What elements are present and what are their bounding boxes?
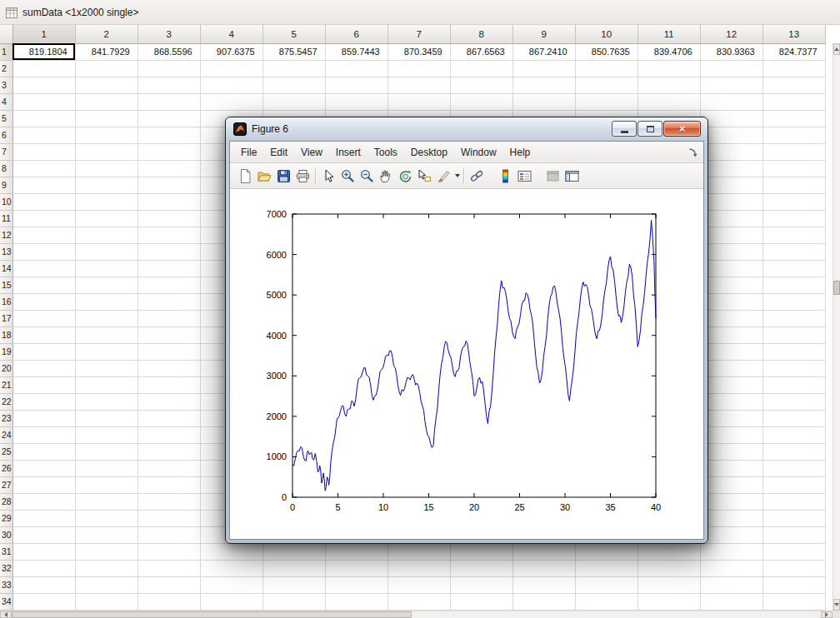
grid-cell[interactable] — [762, 177, 825, 193]
grid-cell[interactable] — [700, 360, 762, 376]
grid-cell[interactable] — [325, 77, 388, 93]
new-document-icon[interactable] — [236, 167, 255, 185]
grid-cell[interactable] — [138, 493, 200, 510]
grid-cell[interactable] — [700, 543, 762, 560]
grid-cell[interactable] — [262, 93, 325, 110]
grid-cell[interactable] — [138, 510, 200, 526]
grid-cell[interactable] — [762, 593, 825, 610]
grid-cell[interactable] — [138, 393, 200, 410]
grid-cell[interactable] — [138, 576, 200, 593]
grid-cell[interactable]: 850.7635 — [575, 43, 638, 60]
grid-cell[interactable] — [700, 493, 762, 510]
grid-cell[interactable] — [512, 77, 575, 93]
grid-cell[interactable] — [12, 493, 75, 510]
grid-cell[interactable] — [12, 293, 75, 310]
grid-cell[interactable]: 868.5596 — [138, 43, 200, 60]
row-header[interactable]: 28 — [0, 493, 12, 510]
menu-view[interactable]: View — [294, 144, 329, 161]
grid-cell[interactable] — [762, 243, 825, 260]
row-header[interactable]: 18 — [0, 326, 12, 343]
row-header[interactable]: 7 — [0, 143, 12, 160]
grid-cell[interactable] — [262, 543, 325, 560]
grid-cell[interactable] — [138, 293, 200, 310]
scroll-down-button[interactable] — [833, 599, 840, 611]
column-header[interactable]: 10 — [575, 25, 638, 43]
grid-cell[interactable] — [75, 476, 138, 493]
grid-cell[interactable] — [762, 343, 825, 360]
grid-cell[interactable] — [762, 110, 825, 127]
grid-cell[interactable] — [200, 576, 262, 593]
grid-cell[interactable] — [762, 310, 825, 326]
grid-cell[interactable] — [512, 93, 575, 110]
grid-cell[interactable] — [762, 410, 825, 426]
grid-cell[interactable] — [138, 476, 200, 493]
grid-cell[interactable] — [450, 93, 512, 110]
grid-cell[interactable] — [138, 93, 200, 110]
grid-cell[interactable] — [762, 460, 825, 476]
grid-cell[interactable] — [12, 77, 75, 93]
grid-cell[interactable] — [12, 426, 75, 443]
grid-cell[interactable] — [762, 543, 825, 560]
menu-edit[interactable]: Edit — [263, 144, 294, 161]
grid-cell[interactable] — [75, 160, 138, 177]
hide-plot-tools-icon[interactable] — [543, 167, 562, 185]
show-plot-tools-icon[interactable] — [562, 167, 582, 185]
grid-cell[interactable] — [200, 93, 262, 110]
grid-cell[interactable] — [638, 60, 700, 77]
grid-cell[interactable] — [700, 177, 762, 193]
grid-cell[interactable] — [762, 510, 825, 526]
grid-cell[interactable] — [200, 60, 262, 77]
grid-cell[interactable]: 875.5457 — [262, 43, 325, 60]
grid-cell[interactable] — [762, 393, 825, 410]
grid-cell[interactable] — [700, 77, 762, 93]
row-header[interactable]: 16 — [0, 293, 12, 310]
grid-cell[interactable] — [762, 127, 825, 143]
row-header[interactable]: 26 — [0, 460, 12, 476]
grid-cell[interactable] — [12, 593, 75, 610]
grid-cell[interactable] — [700, 293, 762, 310]
grid-cell[interactable] — [138, 326, 200, 343]
grid-cell[interactable] — [700, 460, 762, 476]
row-header[interactable]: 22 — [0, 393, 12, 410]
grid-cell[interactable] — [638, 576, 700, 593]
grid-cell[interactable] — [138, 160, 200, 177]
grid-cell[interactable] — [325, 93, 388, 110]
grid-cell[interactable] — [138, 227, 200, 243]
grid-cell[interactable] — [200, 543, 262, 560]
grid-cell[interactable] — [388, 77, 450, 93]
grid-cell[interactable]: 839.4706 — [638, 43, 700, 60]
grid-cell[interactable] — [325, 543, 388, 560]
row-header[interactable]: 2 — [0, 60, 12, 77]
grid-cell[interactable] — [700, 410, 762, 426]
grid-cell[interactable] — [138, 460, 200, 476]
grid-cell[interactable] — [12, 560, 75, 576]
menu-insert[interactable]: Insert — [329, 144, 368, 161]
scroll-up-button[interactable] — [833, 43, 840, 55]
grid-cell[interactable] — [138, 260, 200, 277]
grid-cell[interactable] — [262, 593, 325, 610]
grid-cell[interactable] — [762, 476, 825, 493]
grid-cell[interactable] — [700, 526, 762, 543]
grid-cell[interactable] — [75, 326, 138, 343]
horizontal-scrollbar[interactable] — [0, 611, 840, 618]
grid-cell[interactable] — [12, 110, 75, 127]
grid-cell[interactable] — [12, 60, 75, 77]
grid-cell[interactable] — [12, 243, 75, 260]
vertical-scrollbar[interactable] — [832, 43, 840, 611]
grid-cell[interactable] — [75, 210, 138, 227]
row-header[interactable]: 8 — [0, 160, 12, 177]
grid-cell[interactable] — [138, 443, 200, 460]
grid-cell[interactable] — [75, 460, 138, 476]
grid-cell[interactable] — [138, 526, 200, 543]
grid-cell[interactable] — [138, 560, 200, 576]
grid-cell[interactable] — [262, 560, 325, 576]
row-header[interactable]: 20 — [0, 360, 12, 376]
row-header[interactable]: 4 — [0, 93, 12, 110]
menu-file[interactable]: File — [234, 144, 263, 161]
grid-cell[interactable] — [12, 127, 75, 143]
grid-cell[interactable] — [762, 60, 825, 77]
column-header[interactable]: 3 — [138, 25, 200, 43]
grid-cell[interactable] — [700, 476, 762, 493]
maximize-button[interactable] — [638, 121, 662, 137]
grid-cell[interactable] — [75, 293, 138, 310]
